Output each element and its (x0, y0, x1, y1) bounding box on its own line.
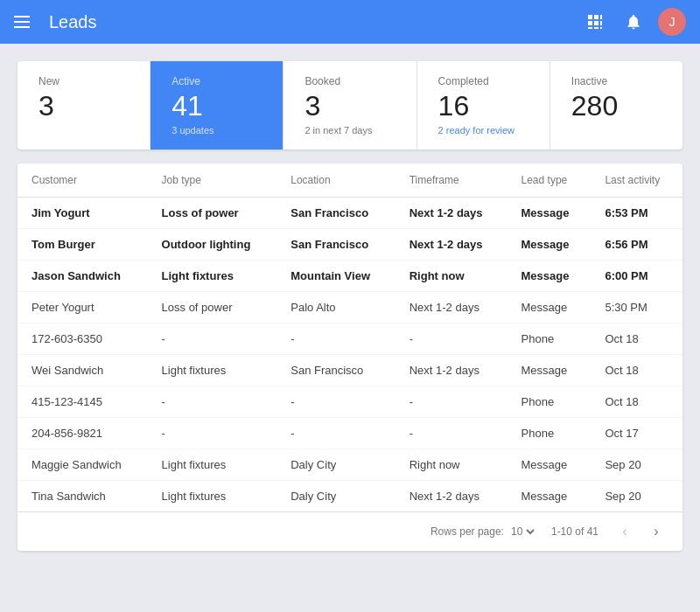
table-row[interactable]: 415-123-4145---PhoneOct 18 (18, 386, 682, 418)
main-content: New 3 Active 41 3 updates Booked 3 2 in … (0, 44, 700, 568)
rows-per-page: Rows per page: 10 25 50 (430, 525, 537, 539)
cell-8-0: Maggie Sandwich (18, 449, 148, 481)
table-card: CustomerJob typeLocationTimeframeLead ty… (18, 163, 682, 551)
cell-2-5: 6:00 PM (591, 261, 682, 292)
table-row[interactable]: Peter YogurtLoss of powerPalo AltoNext 1… (18, 292, 682, 323)
cell-7-0: 204-856-9821 (18, 418, 148, 449)
table-row[interactable]: Wei SandwichLight fixturesSan FranciscoN… (18, 355, 682, 386)
table-row[interactable]: Tom BurgerOutdoor lightingSan FranciscoN… (18, 229, 682, 261)
svg-rect-1 (594, 15, 598, 19)
cell-0-0: Jim Yogurt (18, 198, 148, 229)
cell-7-2: - (276, 418, 395, 449)
stat-label-booked: Booked (304, 75, 395, 87)
cell-5-1: Light fixtures (148, 355, 277, 386)
svg-rect-7 (594, 27, 598, 29)
stat-active[interactable]: Active 41 3 updates (150, 61, 284, 150)
stat-sub-completed: 2 ready for review (438, 125, 528, 136)
svg-rect-2 (600, 15, 602, 19)
cell-7-4: Phone (508, 418, 592, 449)
cell-2-2: Mountain View (276, 261, 395, 292)
menu-icon[interactable] (14, 11, 35, 32)
cell-4-3: - (396, 323, 508, 355)
table-row[interactable]: 204-856-9821---PhoneOct 17 (18, 418, 682, 449)
rows-per-page-select[interactable]: 10 25 50 (508, 525, 537, 539)
table-header-location: Location (276, 163, 395, 198)
cell-0-3: Next 1-2 days (396, 198, 508, 229)
cell-9-2: Daly City (276, 481, 395, 512)
cell-4-1: - (148, 323, 277, 355)
pagination-nav: ‹ › (612, 519, 668, 544)
stat-value-new: 3 (38, 91, 129, 122)
cell-5-3: Next 1-2 days (396, 355, 508, 386)
cell-0-1: Loss of power (148, 198, 277, 229)
app-header: Leads J (0, 0, 700, 44)
cell-1-4: Message (508, 229, 592, 261)
cell-6-0: 415-123-4145 (18, 386, 148, 418)
cell-4-4: Phone (508, 323, 592, 355)
cell-6-3: - (396, 386, 508, 418)
stat-label-completed: Completed (438, 75, 528, 87)
cell-9-5: Sep 20 (591, 481, 682, 512)
cell-3-5: 5:30 PM (591, 292, 682, 323)
notification-icon[interactable] (620, 8, 648, 36)
cell-2-0: Jason Sandwich (18, 261, 148, 292)
cell-6-4: Phone (508, 386, 592, 418)
stat-sub-booked: 2 in next 7 days (304, 125, 395, 136)
cell-1-1: Outdoor lighting (148, 229, 277, 261)
cell-3-0: Peter Yogurt (18, 292, 148, 323)
stat-value-inactive: 280 (571, 91, 662, 122)
cell-3-2: Palo Alto (276, 292, 395, 323)
page-title: Leads (49, 12, 581, 32)
cell-9-0: Tina Sandwich (18, 481, 148, 512)
table-header-lead-type: Lead type (508, 163, 592, 198)
cell-8-1: Light fixtures (148, 449, 277, 481)
pagination: Rows per page: 10 25 50 1-10 of 41 ‹ › (18, 511, 682, 551)
stat-new[interactable]: New 3 (18, 61, 150, 150)
stat-label-inactive: Inactive (571, 75, 662, 87)
cell-9-3: Next 1-2 days (396, 481, 508, 512)
svg-rect-6 (588, 27, 592, 29)
table-row[interactable]: Tina SandwichLight fixturesDaly CityNext… (18, 481, 682, 512)
user-avatar[interactable]: J (658, 8, 686, 36)
table-row[interactable]: Jim YogurtLoss of powerSan FranciscoNext… (18, 198, 682, 229)
table-row[interactable]: 172-603-6350---PhoneOct 18 (18, 323, 682, 355)
stat-value-active: 41 (172, 91, 262, 122)
rows-per-page-label: Rows per page: (430, 525, 504, 538)
svg-rect-8 (600, 27, 602, 29)
pagination-range: 1-10 of 41 (551, 525, 598, 538)
table-row[interactable]: Maggie SandwichLight fixturesDaly CityRi… (18, 449, 682, 481)
cell-5-5: Oct 18 (591, 355, 682, 386)
cell-3-4: Message (508, 292, 592, 323)
cell-9-4: Message (508, 481, 592, 512)
cell-1-5: 6:56 PM (591, 229, 682, 261)
cell-1-0: Tom Burger (18, 229, 148, 261)
stat-value-completed: 16 (438, 91, 528, 122)
stat-booked[interactable]: Booked 3 2 in next 7 days (284, 61, 416, 150)
pagination-prev-button[interactable]: ‹ (612, 519, 637, 544)
cell-2-4: Message (508, 261, 592, 292)
cell-5-4: Message (508, 355, 592, 386)
cell-7-1: - (148, 418, 277, 449)
cell-4-0: 172-603-6350 (18, 323, 148, 355)
cell-4-2: - (276, 323, 395, 355)
cell-8-4: Message (508, 449, 592, 481)
cell-7-3: - (396, 418, 508, 449)
cell-3-3: Next 1-2 days (396, 292, 508, 323)
cell-2-3: Right now (396, 261, 508, 292)
table-row[interactable]: Jason SandwichLight fixturesMountain Vie… (18, 261, 682, 292)
stat-completed[interactable]: Completed 16 2 ready for review (417, 61, 550, 150)
leads-table: CustomerJob typeLocationTimeframeLead ty… (18, 163, 682, 511)
cell-9-1: Light fixtures (148, 481, 277, 512)
cell-0-5: 6:53 PM (591, 198, 682, 229)
cell-3-1: Loss of power (148, 292, 277, 323)
stat-label-active: Active (172, 75, 262, 87)
pagination-next-button[interactable]: › (644, 519, 668, 544)
cell-6-2: - (276, 386, 395, 418)
cell-8-3: Right now (396, 449, 508, 481)
svg-rect-4 (594, 21, 598, 25)
cell-0-2: San Francisco (276, 198, 395, 229)
cell-8-2: Daly City (276, 449, 395, 481)
grid-icon[interactable] (581, 8, 609, 36)
svg-rect-3 (588, 21, 592, 25)
stat-inactive[interactable]: Inactive 280 (550, 61, 682, 150)
